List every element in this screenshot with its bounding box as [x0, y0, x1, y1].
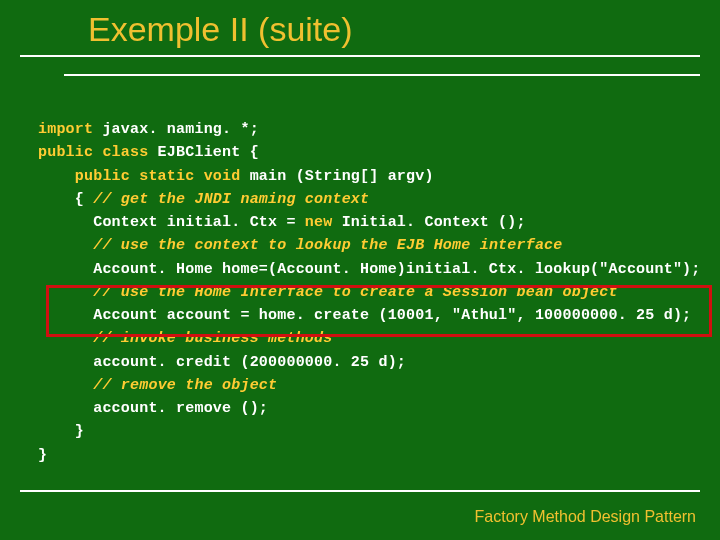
code-comment: // get the JNDI naming context	[93, 191, 369, 208]
code-text	[38, 377, 93, 394]
code-text	[38, 237, 93, 254]
code-text: Context initial. Ctx =	[38, 214, 305, 231]
title-underline	[20, 55, 700, 57]
code-block: import javax. naming. *; public class EJ…	[38, 118, 698, 467]
code-text: account. credit (200000000. 25 d);	[38, 354, 406, 371]
code-text: EJBClient {	[148, 144, 258, 161]
slide: Exemple II (suite) import javax. naming.…	[0, 0, 720, 540]
code-keyword: public static void	[38, 168, 240, 185]
code-keyword: new	[305, 214, 333, 231]
code-text: Account account = home. create (10001, "…	[38, 307, 691, 324]
page-title: Exemple II (suite)	[88, 10, 720, 55]
title-area: Exemple II (suite)	[0, 0, 720, 55]
footer-rule	[20, 490, 700, 492]
code-text: Initial. Context ();	[332, 214, 525, 231]
code-text: main (String[] argv)	[240, 168, 433, 185]
code-text: Account. Home home=(Account. Home)initia…	[38, 261, 701, 278]
code-text: {	[38, 191, 93, 208]
code-comment: // use the Home Interface to create a Se…	[93, 284, 617, 301]
footer-label: Factory Method Design Pattern	[475, 508, 696, 526]
header-rule	[64, 74, 700, 76]
code-text: }	[38, 423, 84, 440]
code-comment: // use the context to lookup the EJB Hom…	[93, 237, 562, 254]
code-keyword: import	[38, 121, 93, 138]
code-text: }	[38, 447, 47, 464]
code-text: account. remove ();	[38, 400, 268, 417]
code-keyword: public class	[38, 144, 148, 161]
code-text: javax. naming. *;	[93, 121, 259, 138]
code-comment: // invoke business methods	[93, 330, 332, 347]
code-text	[38, 284, 93, 301]
code-comment: // remove the object	[93, 377, 277, 394]
code-text	[38, 330, 93, 347]
